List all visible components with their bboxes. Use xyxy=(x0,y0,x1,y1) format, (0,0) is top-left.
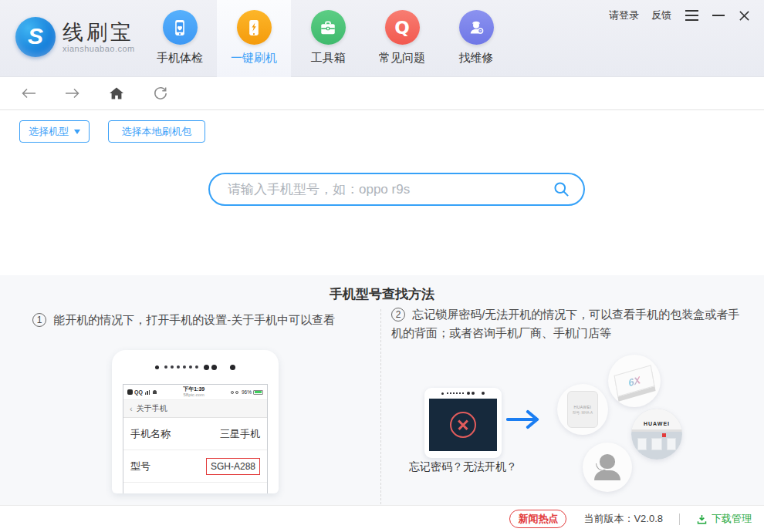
help-section: 手机型号查找方法 1 能开机的情况下，打开手机的设置-关于手机中可以查看 2 忘… xyxy=(0,275,764,505)
brand-domain: xianshuabao.com xyxy=(63,44,135,53)
download-icon xyxy=(696,513,708,525)
battery-icon xyxy=(253,390,263,395)
dropdown-caret-icon xyxy=(74,130,80,134)
error-cross-icon xyxy=(450,412,476,438)
back-brand: HUAWEI xyxy=(574,405,592,409)
footer-divider xyxy=(679,513,680,525)
search-icon[interactable] xyxy=(553,180,570,198)
phone-back-bubble: HUAWEI 型号: MHA-A xyxy=(557,384,608,435)
retail-box-bubble: 6X xyxy=(608,355,661,407)
speaker-grille xyxy=(447,392,464,394)
arrow-right-icon xyxy=(506,408,545,431)
back-chevron-icon: ‹ xyxy=(130,404,133,413)
qq-app-icon xyxy=(127,389,133,395)
nav-item-toolbox[interactable]: 工具箱 xyxy=(291,0,365,77)
phone-back-card: HUAWEI 型号: MHA-A xyxy=(567,391,598,428)
step-1-text: 1 能开机的情况下，打开手机的设置-关于手机中可以查看 xyxy=(32,311,376,329)
status-site: 58pic.com xyxy=(157,392,231,398)
window-controls: 请登录 反馈 xyxy=(597,8,750,22)
app-window: S 线刷宝 xianshuabao.com 手机体检 一键刷机 xyxy=(0,0,764,532)
download-manager-button[interactable]: 下载管理 xyxy=(696,512,752,526)
column-divider xyxy=(380,309,381,504)
logo-icon: S xyxy=(15,17,56,57)
brand-name: 线刷宝 xyxy=(63,21,135,44)
toolbox-icon xyxy=(311,10,346,45)
vpn-icon xyxy=(235,391,238,394)
search-bar xyxy=(208,173,585,206)
box-label: 6X xyxy=(627,373,641,388)
close-icon[interactable] xyxy=(739,10,750,22)
nav-item-find-repair[interactable]: 找维修 xyxy=(439,0,513,77)
row-label: 手机名称 xyxy=(130,427,171,441)
camera-dot xyxy=(482,392,485,395)
about-phone-illustration: QQ 下午1:39 58pic.com 96% ‹ xyxy=(112,350,279,493)
battery-percent: 96% xyxy=(242,389,252,395)
store-sign: HUAWEI xyxy=(644,421,670,426)
retail-box: 6X xyxy=(614,365,655,397)
nav-label: 一键刷机 xyxy=(231,51,277,66)
nav-label: 找维修 xyxy=(459,51,494,66)
nav-item-one-click-flash[interactable]: 一键刷机 xyxy=(217,0,291,77)
nav-item-phone-checkup[interactable]: 手机体检 xyxy=(143,0,217,77)
main-nav: 手机体检 一键刷机 工具箱 Q 常见问题 xyxy=(143,0,513,77)
about-phone-title: 关于手机 xyxy=(137,403,167,414)
minimize-icon[interactable] xyxy=(712,15,725,16)
row-value: 三星手机 xyxy=(220,427,260,441)
app-logo: S 线刷宝 xianshuabao.com xyxy=(15,17,135,57)
sensor-dot xyxy=(204,365,209,370)
row-label: 型号 xyxy=(130,460,150,473)
faq-icon: Q xyxy=(385,10,420,45)
support-agent-bubble xyxy=(583,443,632,492)
status-bar: QQ 下午1:39 58pic.com 96% xyxy=(123,385,267,400)
browser-toolbar xyxy=(0,77,764,110)
search-input[interactable] xyxy=(208,173,585,206)
locked-caption: 忘记密码？无法开机？ xyxy=(404,460,522,474)
phone-health-icon xyxy=(163,10,198,45)
store-bubble: HUAWEI xyxy=(631,409,682,460)
orientation-lock-icon xyxy=(231,391,234,394)
select-local-package-label: 选择本地刷机包 xyxy=(122,125,192,139)
about-phone-header: ‹ 关于手机 xyxy=(123,400,267,418)
camera-dot xyxy=(230,365,235,370)
phone-flash-icon xyxy=(237,10,272,45)
signal-bars-icon xyxy=(145,390,151,395)
feedback-link[interactable]: 反馈 xyxy=(651,8,671,22)
status-time: 下午1:39 xyxy=(157,386,231,392)
refresh-icon[interactable] xyxy=(150,83,171,103)
sensor-dot xyxy=(211,365,217,370)
carrier-label: QQ xyxy=(134,389,143,395)
header: S 线刷宝 xianshuabao.com 手机体检 一键刷机 xyxy=(0,0,764,77)
download-label: 下载管理 xyxy=(712,512,752,526)
phone-screen: QQ 下午1:39 58pic.com 96% ‹ xyxy=(123,384,268,493)
speaker-grille xyxy=(164,365,198,369)
sensor-dot xyxy=(467,392,470,395)
select-local-package-button[interactable]: 选择本地刷机包 xyxy=(108,120,205,143)
storefront: HUAWEI xyxy=(631,409,682,460)
help-title: 手机型号查找方法 xyxy=(0,275,764,303)
login-link[interactable]: 请登录 xyxy=(609,8,639,22)
camera-dot xyxy=(441,392,444,395)
forward-icon[interactable] xyxy=(63,83,83,103)
locked-screen xyxy=(429,399,497,451)
nav-label: 工具箱 xyxy=(311,51,346,66)
back-icon[interactable] xyxy=(19,83,39,103)
back-model: 型号: MHA-A xyxy=(573,411,593,415)
select-model-label: 选择机型 xyxy=(29,125,69,139)
camera-dot xyxy=(155,365,159,369)
nav-label: 常见问题 xyxy=(379,51,425,66)
select-model-button[interactable]: 选择机型 xyxy=(19,120,90,143)
sensor-dot xyxy=(472,392,475,395)
news-hotspot-button[interactable]: 新闻热点 xyxy=(509,510,566,528)
logo-letter: S xyxy=(28,23,43,49)
nav-label: 手机体检 xyxy=(157,51,203,66)
model-number-highlight: SGH-A288 xyxy=(206,458,260,475)
nav-item-faq[interactable]: Q 常见问题 xyxy=(365,0,439,77)
step-1-number: 1 xyxy=(32,313,46,327)
phone-bezel xyxy=(112,350,279,384)
version-label: 当前版本：V2.0.8 xyxy=(583,512,663,526)
menu-icon[interactable] xyxy=(685,8,698,22)
support-agent-icon xyxy=(594,454,620,480)
locked-phone-illustration xyxy=(424,388,502,458)
repair-icon xyxy=(459,10,494,45)
home-icon[interactable] xyxy=(106,83,127,103)
